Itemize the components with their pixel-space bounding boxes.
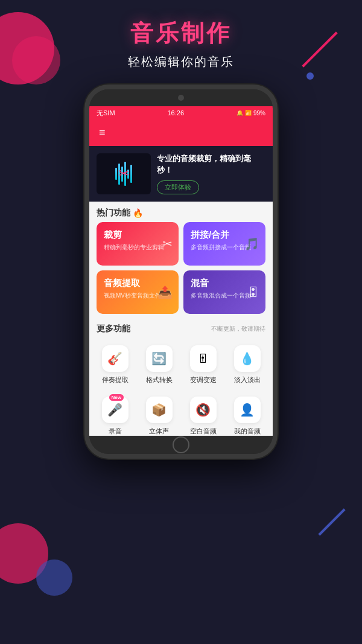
app-content: ✂ 专业的音频裁剪，精确到毫秒！ 立即体验 热门功能 🔥 裁剪 精确到毫秒的专业… xyxy=(89,146,273,436)
fire-icon: 🔥 xyxy=(133,208,143,218)
hot-section-header: 热门功能 🔥 xyxy=(89,202,273,222)
record-label: 录音 xyxy=(109,427,122,436)
bg-decoration-4 xyxy=(36,560,72,596)
try-now-button[interactable]: 立即体验 xyxy=(157,180,199,194)
hot-feature-grid: 裁剪 精确到毫秒的专业剪辑 ✂ 拼接/合并 多音频拼接成一个音频 🎵 音频提取 … xyxy=(89,222,273,319)
more-section-title: 更多功能 xyxy=(97,324,130,334)
phone-frame: 无SIM 16:26 🔔 📶 99% ≡ ✂ xyxy=(84,84,278,459)
accompaniment-icon-wrap: 🎸 xyxy=(102,345,129,372)
bar-1 xyxy=(115,168,117,180)
scissors-icon: ✂ xyxy=(118,166,129,182)
stereo-icon-wrap: 📦 xyxy=(146,397,173,423)
carrier-text: 无SIM xyxy=(97,109,115,118)
feature-card-cut[interactable]: 裁剪 精确到毫秒的专业剪辑 ✂ xyxy=(97,222,179,266)
format-label: 格式转换 xyxy=(146,375,173,384)
app-header: ≡ xyxy=(89,120,273,146)
feature-desc-cut: 精确到毫秒的专业剪辑 xyxy=(104,243,171,252)
format-icon: 🔄 xyxy=(151,351,167,366)
pitch-icon: 🎚 xyxy=(197,352,209,366)
battery-text: 99% xyxy=(253,110,265,116)
cut-icon: ✂ xyxy=(162,237,173,251)
notification-icon: 🔔 xyxy=(237,110,243,116)
banner-text: 专业的音频裁剪，精确到毫秒！ 立即体验 xyxy=(157,153,265,194)
more-feature-grid: 🎸 伴奏提取 🔄 格式转换 🎚 变调变速 💧 淡入淡出 xyxy=(89,337,273,436)
format-icon-wrap: 🔄 xyxy=(146,345,173,372)
feature-name-cut: 裁剪 xyxy=(104,229,171,241)
feature-card-mix[interactable]: 混音 多音频混合成一个音频 🎛 xyxy=(183,270,265,314)
more-section-note: 不断更新，敬请期待 xyxy=(211,325,265,333)
wifi-icon: 📶 xyxy=(245,110,252,116)
status-bar: 无SIM 16:26 🔔 📶 99% xyxy=(89,106,273,120)
mix-icon: 🎛 xyxy=(247,285,259,299)
bar-6 xyxy=(130,165,132,183)
banner-title: 专业的音频裁剪，精确到毫秒！ xyxy=(157,153,265,175)
more-item-pitch[interactable]: 🎚 变调变速 xyxy=(182,339,224,388)
clock: 16:26 xyxy=(168,109,185,116)
more-section-header: 更多功能 不断更新，敬请期待 xyxy=(89,319,273,337)
more-item-accompaniment[interactable]: 🎸 伴奏提取 xyxy=(94,339,136,388)
phone-bottom-bezel xyxy=(89,436,273,454)
phone-top-bezel xyxy=(89,89,273,106)
silence-icon-wrap: 🔇 xyxy=(190,397,217,423)
merge-icon: 🎵 xyxy=(244,237,259,251)
feature-card-merge[interactable]: 拼接/合并 多音频拼接成一个音频 🎵 xyxy=(183,222,265,266)
stereo-icon: 📦 xyxy=(151,403,167,417)
app-subtitle: 轻松编辑你的音乐 xyxy=(0,54,362,70)
accompaniment-icon: 🎸 xyxy=(107,351,122,366)
more-item-fade[interactable]: 💧 淡入淡出 xyxy=(226,339,268,388)
camera-dot xyxy=(178,95,184,101)
status-icons: 🔔 📶 99% xyxy=(237,110,265,116)
app-title: 音乐制作 xyxy=(0,18,362,49)
more-item-record[interactable]: New 🎤 录音 xyxy=(94,391,136,436)
accompaniment-label: 伴奏提取 xyxy=(102,375,129,384)
banner-visual: ✂ xyxy=(97,153,151,194)
extract-icon: 📤 xyxy=(157,285,173,299)
hot-section-title: 热门功能 xyxy=(97,208,130,218)
menu-icon[interactable]: ≡ xyxy=(99,127,106,138)
silence-icon: 🔇 xyxy=(195,403,211,417)
bg-line-2 xyxy=(318,508,345,535)
home-button[interactable] xyxy=(173,436,189,453)
feature-card-extract[interactable]: 音频提取 视频MV秒变音频文件 📤 xyxy=(97,270,179,314)
promo-banner[interactable]: ✂ 专业的音频裁剪，精确到毫秒！ 立即体验 xyxy=(89,146,273,202)
fade-label: 淡入淡出 xyxy=(234,375,261,384)
bg-dot-1 xyxy=(306,72,314,80)
pitch-label: 变调变速 xyxy=(190,375,217,384)
more-item-myaudio[interactable]: 👤 我的音频 xyxy=(226,391,268,436)
pitch-icon-wrap: 🎚 xyxy=(190,345,217,372)
myaudio-icon: 👤 xyxy=(240,403,255,417)
silence-label: 空白音频 xyxy=(190,427,217,436)
myaudio-label: 我的音频 xyxy=(234,427,261,436)
record-icon: 🎤 xyxy=(107,403,122,417)
stereo-label: 立体声 xyxy=(149,427,169,436)
more-item-format[interactable]: 🔄 格式转换 xyxy=(138,339,180,388)
myaudio-icon-wrap: 👤 xyxy=(234,397,261,423)
more-item-stereo[interactable]: 📦 立体声 xyxy=(138,391,180,436)
fade-icon: 💧 xyxy=(240,351,255,366)
more-item-silence[interactable]: 🔇 空白音频 xyxy=(182,391,224,436)
new-badge: New xyxy=(109,394,124,401)
title-area: 音乐制作 轻松编辑你的音乐 xyxy=(0,18,362,70)
fade-icon-wrap: 💧 xyxy=(234,345,261,372)
